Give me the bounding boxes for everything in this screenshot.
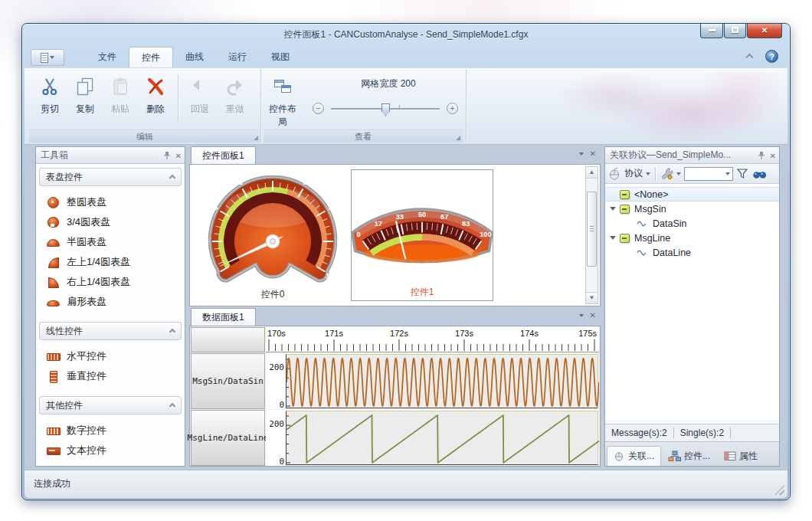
close-button[interactable]: ✕ bbox=[747, 24, 782, 38]
binoculars-search-icon[interactable] bbox=[752, 168, 767, 180]
toolbox-section-header[interactable]: 线性控件 bbox=[39, 322, 182, 340]
message-note-icon bbox=[620, 190, 630, 199]
cut-button[interactable]: 剪切 bbox=[32, 72, 67, 127]
control-layout-button[interactable]: 控件布局 bbox=[265, 72, 300, 127]
row-header-line[interactable]: MsgLine/DataLine bbox=[191, 410, 265, 466]
ribbon-tab-file[interactable]: 文件 bbox=[86, 47, 129, 67]
waveform-plot-line bbox=[286, 411, 598, 465]
toolbox-item[interactable]: 水平控件 bbox=[36, 346, 185, 366]
time-ruler[interactable]: 170s171s172s173s174s175s bbox=[266, 327, 599, 352]
edit-group-label: 编辑 bbox=[29, 129, 260, 143]
toolbox-item[interactable]: 左上1/4圆表盘 bbox=[36, 252, 185, 272]
expander-icon[interactable] bbox=[610, 207, 616, 211]
y-tick-label: 200 bbox=[269, 362, 284, 372]
settings-wrench-icon[interactable] bbox=[660, 167, 673, 180]
scroll-down-button[interactable]: ▼ bbox=[586, 292, 598, 303]
toolbox-item[interactable]: 数字控件 bbox=[36, 421, 185, 441]
titlebar[interactable]: 控件面板1 - CANCustomAnalyse - Send_SimpleMo… bbox=[22, 24, 790, 47]
toolbox-item[interactable]: 3/4圆表盘 bbox=[36, 212, 185, 232]
toolbox-section-header[interactable]: 表盘控件 bbox=[39, 168, 182, 186]
toolbox-item[interactable]: 垂直控件 bbox=[36, 366, 185, 386]
toolbox-section-header[interactable]: 其他控件 bbox=[39, 396, 182, 415]
svg-text:67: 67 bbox=[440, 213, 448, 221]
dialog-launcher-icon[interactable] bbox=[456, 136, 460, 140]
tab-association[interactable]: 关联... bbox=[607, 446, 661, 466]
minimize-button[interactable] bbox=[700, 24, 723, 38]
undo-button[interactable]: 回退 bbox=[182, 72, 218, 127]
half-gauge-icon bbox=[47, 237, 60, 247]
toolbox-item[interactable]: 文本控件 bbox=[36, 441, 185, 460]
view-group: 控件布局 网格宽度 200 − + 查看 bbox=[264, 70, 463, 143]
close-icon[interactable]: ✕ bbox=[770, 148, 776, 164]
expander-icon bbox=[627, 252, 633, 253]
collapse-ribbon-button[interactable] bbox=[744, 51, 758, 63]
chevron-down-icon[interactable] bbox=[579, 152, 584, 156]
svg-text:50: 50 bbox=[269, 171, 277, 177]
toolbox-item[interactable]: 半圆表盘 bbox=[36, 232, 185, 252]
application-menu-button[interactable] bbox=[31, 49, 64, 66]
tree-item-datasin[interactable]: DataSin bbox=[605, 216, 779, 231]
tab-properties[interactable]: 属性 bbox=[717, 446, 765, 466]
slider-plus-button[interactable]: + bbox=[447, 103, 458, 114]
slider-minus-button[interactable]: − bbox=[313, 103, 324, 114]
y-axis-labels-line: 2000 bbox=[266, 410, 286, 466]
tab-data-panel-1[interactable]: 数据面板1 bbox=[191, 308, 256, 326]
pin-icon[interactable] bbox=[758, 151, 765, 160]
ribbon-tab-curve[interactable]: 曲线 bbox=[173, 47, 216, 67]
quarter-left-gauge-icon bbox=[47, 257, 60, 267]
chevron-down-icon[interactable] bbox=[646, 172, 650, 175]
expander-icon bbox=[627, 223, 633, 224]
filter-funnel-icon[interactable] bbox=[736, 168, 749, 180]
gauge-control-1[interactable]: 01733506783100 控件1 bbox=[351, 169, 493, 301]
connection-status: 连接成功 bbox=[34, 478, 70, 489]
copy-button[interactable]: 复制 bbox=[67, 72, 103, 127]
delete-button[interactable]: 删除 bbox=[138, 72, 173, 127]
three-quarter-gauge-icon bbox=[47, 217, 60, 228]
resize-grip[interactable] bbox=[774, 485, 784, 495]
help-button[interactable]: ? bbox=[765, 50, 778, 63]
paste-icon bbox=[103, 77, 137, 103]
toolbox-item[interactable]: 右上1/4圆表盘 bbox=[36, 272, 185, 292]
data-panel-tabstrip: 数据面板1 ✕ bbox=[189, 308, 601, 326]
scrollbar-thumb[interactable] bbox=[587, 192, 597, 267]
toolbox-item[interactable]: 扁形表盘 bbox=[36, 292, 185, 312]
chevron-down-icon[interactable] bbox=[579, 314, 584, 317]
dialog-launcher-icon[interactable] bbox=[254, 136, 258, 140]
status-bar: 连接成功 bbox=[25, 470, 787, 498]
scroll-up-button[interactable]: ▲ bbox=[586, 167, 598, 179]
close-icon[interactable]: ✕ bbox=[175, 148, 182, 164]
control-canvas[interactable]: 013253850637588100 控件0 01733506783100 控件… bbox=[189, 164, 601, 306]
protocol-status: Message(s):2 Single(s):2 bbox=[605, 424, 779, 441]
slider-track[interactable] bbox=[331, 108, 440, 110]
ribbon-tab-control[interactable]: 控件 bbox=[129, 47, 173, 67]
ribbon-tab-run[interactable]: 运行 bbox=[216, 47, 259, 67]
paste-button[interactable]: 粘贴 bbox=[103, 72, 138, 127]
tab-controls[interactable]: 控件... bbox=[661, 446, 717, 466]
close-icon[interactable]: ✕ bbox=[590, 311, 596, 319]
vertical-scrollbar[interactable]: ▲ ▼ bbox=[585, 166, 598, 304]
tab-control-panel-1[interactable]: 控件面板1 bbox=[191, 146, 256, 164]
redo-button[interactable]: 重做 bbox=[218, 72, 253, 127]
slider-thumb[interactable] bbox=[381, 103, 390, 116]
y-axis-labels-sin: 2000 bbox=[266, 353, 286, 409]
svg-text:33: 33 bbox=[396, 213, 404, 221]
chevron-down-icon[interactable] bbox=[676, 172, 681, 175]
expander-icon[interactable] bbox=[610, 236, 616, 240]
waveform-plot-sin bbox=[286, 354, 598, 408]
search-combobox[interactable] bbox=[684, 167, 733, 181]
tree-item-none[interactable]: <None> bbox=[605, 187, 779, 202]
protocol-button[interactable]: 协议 bbox=[624, 167, 643, 180]
maximize-button[interactable] bbox=[724, 24, 746, 38]
row-header-sin[interactable]: MsgSin/DataSin bbox=[191, 353, 265, 409]
protocol-tree: <None>MsgSinDataSinMsgLineDataLine bbox=[605, 184, 779, 420]
gauge-control-0[interactable]: 013253850637588100 控件0 bbox=[205, 171, 340, 303]
signal-wave-icon bbox=[637, 220, 648, 228]
close-icon[interactable]: ✕ bbox=[590, 149, 596, 158]
pin-icon[interactable] bbox=[163, 151, 171, 160]
ribbon-tab-view[interactable]: 视图 bbox=[259, 47, 302, 67]
toolbox-item[interactable]: 整圆表盘 bbox=[36, 192, 185, 212]
tree-item-msgline[interactable]: MsgLine bbox=[605, 231, 779, 245]
message-count: Message(s):2 bbox=[611, 428, 667, 438]
tree-item-msgsin[interactable]: MsgSin bbox=[605, 202, 779, 216]
tree-item-dataline[interactable]: DataLine bbox=[605, 245, 779, 260]
